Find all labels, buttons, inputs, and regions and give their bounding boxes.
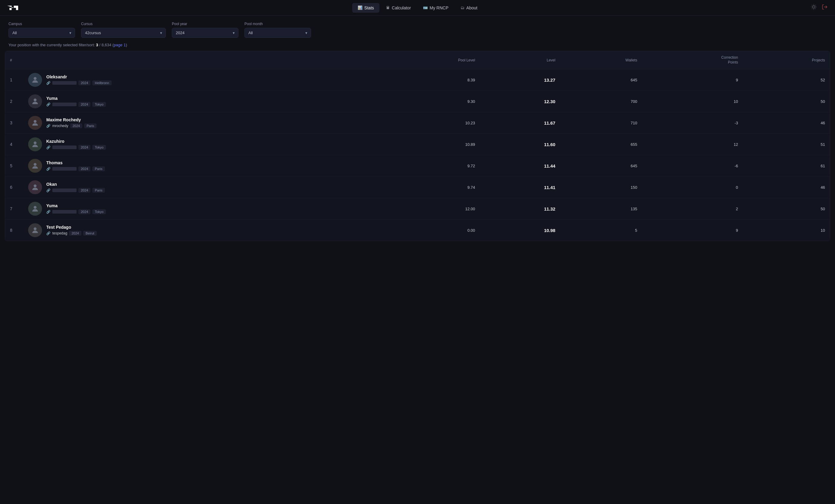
col-pool-level: Pool Level [378, 51, 480, 69]
leaderboard-table-container: # Pool Level Level Wallets CorrectionPoi… [5, 51, 830, 241]
pool-month-label: Pool month [244, 22, 311, 26]
theme-toggle-button[interactable] [811, 4, 817, 12]
avatar [28, 94, 42, 108]
level-cell: 13.27 [480, 69, 560, 91]
link-icon: 🔗 [46, 188, 50, 193]
col-projects: Projects [743, 51, 830, 69]
pool-year-select[interactable]: 2024 [172, 28, 238, 38]
user-meta: 🔗 2024 Paris [46, 166, 105, 171]
username-redacted [52, 188, 77, 192]
myrncp-icon: 🪪 [423, 5, 428, 10]
svg-point-16 [34, 184, 36, 187]
col-correction-points: CorrectionPoints [642, 51, 743, 69]
svg-point-1 [813, 6, 815, 8]
projects-cell: 61 [743, 155, 830, 177]
correction-points-cell: 9 [642, 69, 743, 91]
table-row[interactable]: 1 Oleksandr 🔗 2024 Heilbronn 8 [5, 69, 830, 91]
campus-filter-group: Campus All ▼ [8, 22, 75, 38]
table-row[interactable]: 8 Test Pedago 🔗 tespedag 2024 Beirut [5, 220, 830, 241]
logout-button[interactable] [822, 4, 828, 12]
avatar [28, 180, 42, 194]
table-row[interactable]: 4 Kazuhiro 🔗 2024 Tokyo 10.89 [5, 134, 830, 155]
nav-stats[interactable]: 📊 Stats [352, 3, 380, 13]
campus-tag: Tokyo [92, 145, 106, 150]
user-info: Yuma 🔗 2024 Tokyo [46, 96, 106, 107]
svg-marker-0 [7, 5, 18, 10]
level-cell: 10.98 [480, 220, 560, 241]
username-redacted [52, 81, 77, 85]
user-cell: Yuma 🔗 2024 Tokyo [23, 91, 378, 112]
correction-points-cell: 10 [642, 91, 743, 112]
table-row[interactable]: 6 Okan 🔗 2024 Paris 9.74 1 [5, 177, 830, 198]
col-wallets: Wallets [560, 51, 642, 69]
nav-links: 📊 Stats 🖩 Calculator 🪪 My RNCP 🗂 About [352, 3, 483, 13]
page-link[interactable]: page 1 [114, 43, 126, 47]
correction-points-cell: 9 [642, 220, 743, 241]
rank-cell: 4 [5, 134, 23, 155]
correction-points-cell: -3 [642, 112, 743, 134]
user-info: Test Pedago 🔗 tespedag 2024 Beirut [46, 225, 97, 236]
table-row[interactable]: 5 Thomas 🔗 2024 Paris 9.72 [5, 155, 830, 177]
nav-calculator[interactable]: 🖩 Calculator [381, 3, 416, 13]
link-icon: 🔗 [46, 124, 50, 128]
svg-point-13 [34, 120, 36, 123]
nav-right [811, 4, 828, 12]
user-cell: Yuma 🔗 2024 Tokyo [23, 198, 378, 220]
table-body: 1 Oleksandr 🔗 2024 Heilbronn 8 [5, 69, 830, 241]
level-cell: 12.30 [480, 91, 560, 112]
cursus-select[interactable]: 42cursus [81, 28, 166, 38]
wallets-cell: 150 [560, 177, 642, 198]
link-icon: 🔗 [46, 81, 50, 85]
campus-select[interactable]: All [8, 28, 75, 38]
nav-about-label: About [466, 5, 477, 10]
user-meta: 🔗 2024 Tokyo [46, 102, 106, 107]
pool-year-filter-group: Pool year 2024 ▼ [172, 22, 238, 38]
user-name: Kazuhiro [46, 139, 106, 144]
svg-line-5 [815, 8, 816, 9]
table-row[interactable]: 7 Yuma 🔗 2024 Tokyo 12.00 [5, 198, 830, 220]
user-name: Thomas [46, 160, 105, 165]
user-cell: Maxime Rochedy 🔗 mrochedy 2024 Paris [23, 112, 378, 134]
year-tag: 2024 [69, 231, 81, 236]
pool-level-cell: 10.23 [378, 112, 480, 134]
avatar [28, 202, 42, 216]
username-redacted [52, 103, 77, 106]
rank-cell: 5 [5, 155, 23, 177]
rank-cell: 8 [5, 220, 23, 241]
table-row[interactable]: 3 Maxime Rochedy 🔗 mrochedy 2024 Paris [5, 112, 830, 134]
pool-month-select[interactable]: All [244, 28, 311, 38]
username-redacted [52, 167, 77, 170]
level-cell: 11.60 [480, 134, 560, 155]
user-info: Kazuhiro 🔗 2024 Tokyo [46, 139, 106, 150]
wallets-cell: 645 [560, 69, 642, 91]
calculator-icon: 🖩 [386, 5, 390, 10]
nav-calculator-label: Calculator [392, 5, 411, 10]
svg-point-17 [34, 206, 36, 209]
pool-level-cell: 9.30 [378, 91, 480, 112]
link-icon: 🔗 [46, 167, 50, 171]
user-cell: Oleksandr 🔗 2024 Heilbronn [23, 69, 378, 91]
link-icon: 🔗 [46, 145, 50, 149]
rank-cell: 7 [5, 198, 23, 220]
user-cell: Test Pedago 🔗 tespedag 2024 Beirut [23, 220, 378, 241]
correction-points-cell: 12 [642, 134, 743, 155]
avatar [28, 116, 42, 130]
svg-point-11 [34, 77, 36, 80]
user-cell: Thomas 🔗 2024 Paris [23, 155, 378, 177]
user-info: Oleksandr 🔗 2024 Heilbronn [46, 75, 111, 85]
table-header: # Pool Level Level Wallets CorrectionPoi… [5, 51, 830, 69]
nav-myrncp[interactable]: 🪪 My RNCP [418, 3, 454, 13]
avatar [28, 159, 42, 173]
table-row[interactable]: 2 Yuma 🔗 2024 Tokyo 9.30 1 [5, 91, 830, 112]
logo[interactable] [7, 2, 18, 13]
position-value: 3 [96, 43, 98, 47]
col-rank: # [5, 51, 23, 69]
link-icon: 🔗 [46, 210, 50, 214]
rank-cell: 6 [5, 177, 23, 198]
wallets-cell: 5 [560, 220, 642, 241]
svg-line-4 [812, 5, 812, 5]
nav-about[interactable]: 🗂 About [455, 3, 483, 13]
wallets-cell: 710 [560, 112, 642, 134]
link-icon: 🔗 [46, 103, 50, 106]
year-tag: 2024 [78, 145, 90, 150]
